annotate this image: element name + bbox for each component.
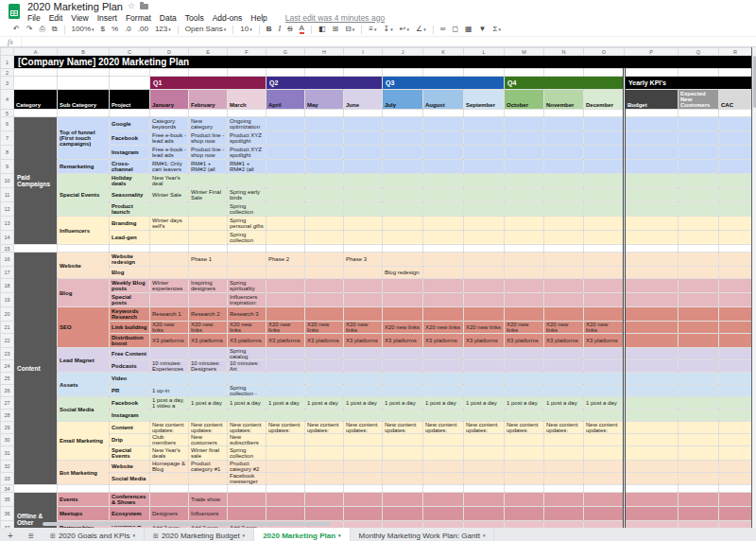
cell-I25[interactable] [344,373,383,385]
cell-R31[interactable] [719,446,752,461]
cell-N12[interactable] [544,202,584,217]
cell-F15[interactable] [228,245,266,253]
cell-M11[interactable] [505,188,544,202]
cell-M31[interactable] [505,446,544,461]
cell-L4[interactable]: September [464,90,505,110]
cell-N18[interactable] [544,279,584,293]
cell-O35[interactable] [584,493,625,507]
cell-O15[interactable] [584,245,625,253]
cell-R17[interactable] [719,267,752,279]
currency-icon[interactable]: $ [101,25,105,34]
cell-Q21[interactable] [679,322,719,334]
cell-H28[interactable] [305,410,344,422]
cell-F26[interactable]: Spring collection - TV interview [228,385,266,397]
cell-Q37[interactable] [679,521,719,529]
cell-F18[interactable]: Spring spirituality [228,279,266,293]
cell-G6[interactable] [266,117,305,131]
cell-J2[interactable] [383,69,423,77]
cell-J13[interactable] [383,217,423,231]
cell-D5[interactable] [150,110,189,117]
cell-E20[interactable]: Research 2 [189,307,228,322]
tab-menu-caret-icon[interactable]: ▾ [132,532,135,538]
cell-H16[interactable] [305,253,344,267]
cell-G25[interactable] [266,373,305,385]
merge-cells-icon[interactable]: ⊟▾ [345,25,354,34]
cell-I27[interactable]: 1 post a day [344,397,383,410]
strikethrough-icon[interactable]: S [287,25,292,34]
paint-format-icon[interactable]: ⧉ [52,25,58,34]
row-header-21[interactable]: 21 [1,322,14,334]
cell-R21[interactable] [719,322,752,334]
cell-B6[interactable]: Top of funnel (First touch campaigns) [58,117,110,160]
row-header-27[interactable]: 27 [1,397,14,410]
cell-H31[interactable] [305,446,344,461]
row-header-26[interactable]: 26 [1,385,14,397]
cell-R2[interactable] [719,69,752,77]
cell-H10[interactable] [305,174,344,188]
row-header-30[interactable]: 30 [1,434,14,446]
row-header-24[interactable]: 24 [1,360,14,373]
col-header-F[interactable]: F [228,48,266,56]
cell-L12[interactable] [464,202,505,217]
cell-P20[interactable] [625,307,679,322]
all-sheets-button[interactable]: ≡ [21,528,42,541]
cell-C7[interactable]: Facebook [110,131,150,146]
cell-J31[interactable] [383,446,423,461]
cell-N10[interactable] [544,174,584,188]
row-header-12[interactable]: 12 [1,202,14,217]
cell-E12[interactable] [189,202,228,217]
cell-M37[interactable] [505,521,544,529]
cell-E22[interactable]: X3 platforms [189,334,228,348]
cell-I13[interactable] [344,217,383,231]
cell-C22[interactable]: Distribution boost [110,334,150,348]
cell-C26[interactable]: PR [110,385,150,397]
cell-R23[interactable] [719,348,752,360]
cell-E9[interactable]: RM#1 + RM#2 (all visitors) [189,160,228,174]
sheet-tab-0[interactable]: ⊞2020 Goals and KPIs▾ [42,528,145,541]
col-header-B[interactable]: B [58,48,110,56]
cell-K9[interactable] [423,160,464,174]
cell-H14[interactable] [305,231,344,245]
cell-O37[interactable] [584,521,625,529]
cell-H34[interactable] [305,485,344,493]
cell-H23[interactable] [305,348,344,360]
cell-R6[interactable] [719,117,752,131]
cell-M15[interactable] [505,245,544,253]
cell-L29[interactable]: New content updates: 1/week [464,422,505,434]
cell-R9[interactable] [719,160,752,174]
cell-J15[interactable] [383,245,423,253]
doc-title[interactable]: 2020 Marketing Plan [27,1,123,12]
cell-H36[interactable] [305,507,344,521]
cell-J17[interactable]: Blog redesign [383,267,423,279]
col-header-M[interactable]: M [505,48,544,56]
cell-R18[interactable] [719,279,752,293]
cell-L16[interactable] [464,253,505,267]
cell-M23[interactable] [505,348,544,360]
row-header-29[interactable]: 29 [1,422,14,434]
cell-O19[interactable] [584,293,625,307]
cell-C12[interactable]: Product launch [110,202,150,217]
tab-menu-caret-icon[interactable]: ▾ [243,532,246,538]
cell-O30[interactable] [584,434,625,446]
cell-I12[interactable] [344,202,383,217]
cell-F11[interactable]: Spring early birds [228,188,266,202]
cell-N17[interactable] [544,267,584,279]
col-header-J[interactable]: J [383,48,423,56]
insert-comment-icon[interactable]: ◻ [452,25,458,34]
cell-F6[interactable]: Ongoing optimization [228,117,266,131]
cell-P5[interactable] [625,110,679,117]
cell-Q5[interactable] [679,110,719,117]
cell-M13[interactable] [505,217,544,231]
row-header-2[interactable]: 2 [1,69,14,77]
row-header-32[interactable]: 32 [1,461,14,473]
cell-F4[interactable]: March [228,90,266,110]
cell-F32[interactable]: Product category #2 [228,461,266,473]
cell-P7[interactable] [625,131,679,146]
cell-A16[interactable]: Content [14,253,58,485]
cell-B13[interactable]: Influencers [58,217,110,245]
cell-L24[interactable] [464,360,505,373]
cell-R16[interactable] [719,253,752,267]
row-header-7[interactable]: 7 [1,131,14,146]
cell-K15[interactable] [423,245,464,253]
cell-D14[interactable] [150,231,189,245]
